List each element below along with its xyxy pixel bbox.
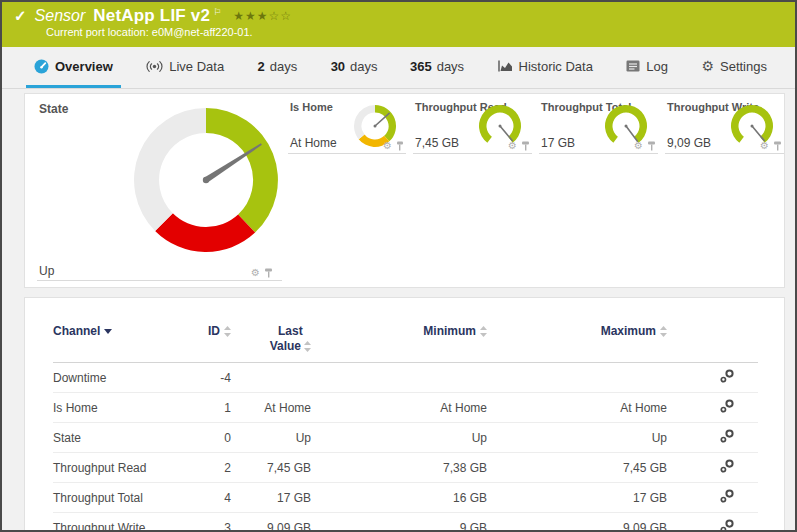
star-rating[interactable]: ★★★☆☆ xyxy=(233,9,292,23)
gauge-pin-icon[interactable] xyxy=(396,141,404,151)
tab-log[interactable]: Log xyxy=(618,47,676,88)
table-row[interactable]: State 0 Up Up Up xyxy=(53,423,758,453)
mini-gauge-value: 7,45 GB xyxy=(415,136,459,150)
priority-flag-icon[interactable]: ⚐ xyxy=(213,7,221,17)
cell-channel: Throughput Write xyxy=(53,513,183,532)
divider xyxy=(37,280,282,281)
table-row[interactable]: Throughput Total 4 17 GB 16 GB 17 GB xyxy=(53,483,758,513)
gauge-pin-icon[interactable] xyxy=(264,268,273,278)
cell-minimum: 9 GB xyxy=(311,513,487,532)
cell-channel: Throughput Total xyxy=(53,483,183,513)
table-row[interactable]: Is Home 1 At Home At Home At Home xyxy=(53,393,758,423)
gauge-pin-icon[interactable] xyxy=(773,141,782,151)
mini-gauge-title: Is Home xyxy=(290,101,333,113)
channel-table-body: Downtime -4 Is Home 1 At Home At Home At… xyxy=(53,363,758,532)
cell-last-value: Up xyxy=(231,423,311,453)
cell-last-value: 7,45 GB xyxy=(231,453,311,483)
cell-id: 2 xyxy=(183,453,231,483)
gauge-gear-icon[interactable]: ⚙ xyxy=(634,141,643,151)
state-gauge-title: State xyxy=(39,102,68,116)
sensor-title: NetApp LIF v2 xyxy=(93,6,210,26)
object-type-label: Sensor xyxy=(35,7,86,25)
channel-settings-button[interactable] xyxy=(667,393,758,423)
column-header-maximum[interactable]: Maximum xyxy=(487,298,667,363)
mini-gauge-throughput-write: Throughput Write 9,09 GB ⚙ xyxy=(662,94,788,158)
cell-minimum: 16 GB xyxy=(311,483,487,513)
cell-minimum: At Home xyxy=(311,393,487,423)
column-header-actions xyxy=(667,298,758,363)
historic-data-icon xyxy=(498,60,513,72)
cell-last-value xyxy=(231,363,311,393)
gauge-gear-icon[interactable]: ⚙ xyxy=(251,268,260,278)
cell-maximum: 17 GB xyxy=(487,483,667,513)
divider xyxy=(539,153,658,154)
sort-desc-icon xyxy=(104,329,112,334)
channel-settings-icon xyxy=(720,399,734,413)
cell-id: 4 xyxy=(183,483,231,513)
tab-30-days[interactable]: 30days xyxy=(323,47,386,88)
gauge-gear-icon[interactable]: ⚙ xyxy=(508,141,517,151)
cell-maximum: 7,45 GB xyxy=(487,453,667,483)
tab-settings[interactable]: ⚙ Settings xyxy=(693,47,775,88)
table-row[interactable]: Throughput Write 3 9,09 GB 9 GB 9,09 GB xyxy=(53,513,758,532)
column-header-id[interactable]: ID xyxy=(183,298,231,363)
mini-gauge-value: 17 GB xyxy=(541,136,575,150)
mini-gauge-value: 9,09 GB xyxy=(667,136,711,150)
channel-table-panel: Channel ID Las xyxy=(24,297,785,532)
channel-settings-button[interactable] xyxy=(667,363,758,393)
sort-icon xyxy=(224,326,231,337)
cell-last-value: At Home xyxy=(231,393,311,423)
divider xyxy=(413,153,532,154)
cell-id: 3 xyxy=(183,513,231,532)
cell-maximum: 9,09 GB xyxy=(487,513,667,532)
cell-id: -4 xyxy=(183,363,231,393)
cell-minimum xyxy=(311,363,487,393)
channel-settings-icon xyxy=(720,519,734,532)
tab-live-data[interactable]: Live Data xyxy=(138,47,232,88)
settings-gear-icon: ⚙ xyxy=(701,58,714,74)
tab-overview[interactable]: Overview xyxy=(26,47,121,88)
divider xyxy=(288,153,406,154)
mini-gauge-throughput-total: Throughput Total 17 GB ⚙ xyxy=(536,94,662,158)
table-row[interactable]: Downtime -4 xyxy=(53,363,758,393)
gauge-gear-icon[interactable]: ⚙ xyxy=(383,141,392,151)
channel-settings-button[interactable] xyxy=(667,483,758,513)
channel-settings-icon xyxy=(720,489,734,503)
state-gauge-value: Up xyxy=(39,265,54,278)
cell-maximum: At Home xyxy=(487,393,667,423)
channel-table: Channel ID Las xyxy=(53,298,758,532)
cell-channel: Downtime xyxy=(53,363,183,393)
sensor-subtitle: Current port location: e0M@net-aff220-01… xyxy=(46,26,785,38)
column-header-minimum[interactable]: Minimum xyxy=(311,298,487,363)
tab-bar: Overview Live Data 2days 30days 365days … xyxy=(2,47,795,89)
channel-settings-icon xyxy=(720,369,734,383)
cell-last-value: 9,09 GB xyxy=(231,513,311,532)
cell-channel: Throughput Read xyxy=(53,453,183,483)
channel-settings-icon xyxy=(720,429,734,443)
sensor-page: ✓ Sensor NetApp LIF v2 ⚐ ★★★☆☆ Current p… xyxy=(0,0,797,532)
channel-settings-button[interactable] xyxy=(667,423,758,453)
column-header-last-value[interactable]: Last Value xyxy=(231,298,311,363)
table-row[interactable]: Throughput Read 2 7,45 GB 7,38 GB 7,45 G… xyxy=(53,453,758,483)
cell-maximum: Up xyxy=(487,423,667,453)
state-gauge-cell: State Up ⚙ xyxy=(25,94,285,287)
divider xyxy=(665,153,784,154)
channel-settings-button[interactable] xyxy=(667,453,758,483)
tab-historic-data[interactable]: Historic Data xyxy=(490,47,601,88)
gauge-gear-icon[interactable]: ⚙ xyxy=(760,141,769,151)
sort-icon xyxy=(304,341,311,352)
cell-minimum: 7,38 GB xyxy=(311,453,487,483)
tab-365-days[interactable]: 365days xyxy=(402,47,472,88)
state-gauge xyxy=(126,100,286,260)
cell-last-value: 17 GB xyxy=(231,483,311,513)
gauge-icon xyxy=(34,59,49,74)
channel-settings-icon xyxy=(720,459,734,473)
sort-icon xyxy=(660,326,667,337)
gauge-pin-icon[interactable] xyxy=(521,141,530,151)
mini-gauge-is-home: Is Home At Home ⚙ xyxy=(285,94,410,158)
tab-2-days[interactable]: 2days xyxy=(250,47,306,88)
channel-settings-button[interactable] xyxy=(667,513,758,532)
cell-channel: State xyxy=(53,423,183,453)
column-header-channel[interactable]: Channel xyxy=(53,298,183,363)
gauge-pin-icon[interactable] xyxy=(647,141,656,151)
